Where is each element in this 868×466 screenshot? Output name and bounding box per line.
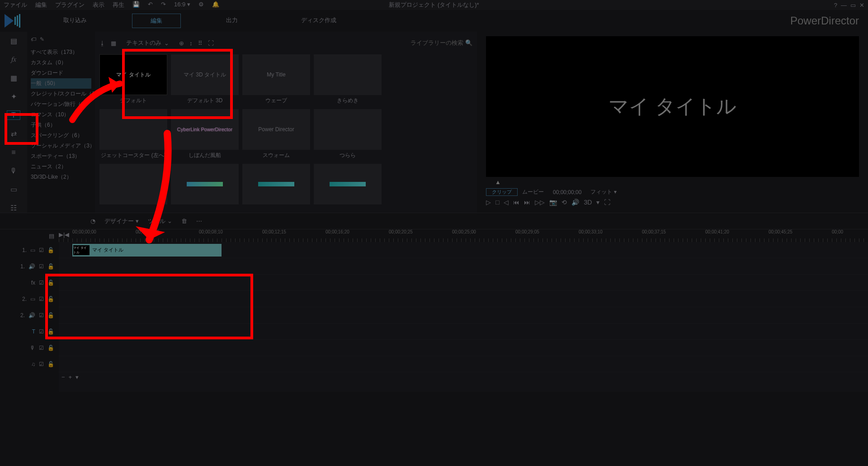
- time-ruler[interactable]: ▶|◀ 00;00;00;00 00;00;04;05 00;00;08;10 …: [59, 229, 868, 242]
- lock-toggle[interactable]: 🔓: [47, 328, 54, 335]
- designer-button[interactable]: デザイナー ▾: [104, 217, 139, 225]
- lock-toggle[interactable]: 🔓: [47, 296, 54, 302]
- visible-toggle[interactable]: ☑: [39, 345, 44, 351]
- lock-toggle[interactable]: 🔓: [47, 312, 54, 319]
- tab-import[interactable]: 取り込み: [45, 14, 105, 28]
- more-icon[interactable]: ⋯: [196, 218, 202, 224]
- tile-extra-1[interactable]: [99, 164, 167, 204]
- movie-mode-button[interactable]: ムービー: [522, 188, 544, 196]
- zoom-dropdown-icon[interactable]: ▾: [75, 374, 79, 380]
- tab-disc[interactable]: ディスク作成: [283, 14, 354, 28]
- expand-icon[interactable]: ⛶: [208, 40, 214, 47]
- media-icon[interactable]: ▤: [7, 36, 20, 46]
- gear-icon[interactable]: ⚙: [198, 1, 204, 9]
- visible-toggle[interactable]: ☑: [39, 312, 44, 319]
- collapse-icon[interactable]: ▤: [49, 233, 54, 239]
- step-fwd-icon[interactable]: ⏭: [524, 199, 530, 206]
- fx-icon[interactable]: 𝑓𝑥: [7, 55, 20, 64]
- redo-icon[interactable]: ↷: [161, 1, 166, 9]
- tile-default-3d[interactable]: マイ 3D タイトル デフォルト 3D: [171, 54, 239, 106]
- track-title[interactable]: [59, 323, 868, 340]
- lock-toggle[interactable]: 🔓: [47, 280, 54, 286]
- visible-toggle[interactable]: ☑: [39, 296, 44, 302]
- visible-toggle[interactable]: ☑: [39, 263, 44, 270]
- tag-icon[interactable]: 🏷: [31, 36, 36, 43]
- visible-toggle[interactable]: ☑: [39, 328, 44, 335]
- filter-dropdown[interactable]: テキストのみ ⌄: [122, 38, 174, 48]
- cat-custom[interactable]: カスタム（0）: [31, 57, 91, 68]
- clip-mode-button[interactable]: クリップ: [486, 188, 518, 196]
- audio-icon[interactable]: ≡: [7, 147, 20, 157]
- maximize-icon[interactable]: ▭: [850, 2, 856, 9]
- fit-dropdown[interactable]: フィット ▾: [590, 188, 616, 196]
- track-video2[interactable]: [59, 291, 868, 307]
- tool-button[interactable]: ツール ⌄: [148, 217, 172, 225]
- subtitle-icon[interactable]: ☷: [7, 203, 20, 213]
- template-icon[interactable]: ▦: [111, 40, 116, 47]
- tab-output[interactable]: 出力: [208, 14, 256, 28]
- particle-icon[interactable]: ✦: [7, 92, 20, 101]
- aspect-icon[interactable]: 16:9 ▾: [174, 1, 190, 9]
- tile-default[interactable]: マイ タイトル デフォルト: [99, 54, 167, 106]
- lock-toggle[interactable]: 🔓: [47, 247, 54, 253]
- transition-icon[interactable]: ⇄: [7, 129, 20, 138]
- step-back-icon[interactable]: ⏮: [513, 199, 519, 206]
- menu-edit[interactable]: 編集: [35, 1, 47, 9]
- snapshot-icon[interactable]: 📷: [549, 199, 557, 206]
- tile-icicle[interactable]: つらら: [314, 109, 382, 161]
- cat-romance[interactable]: ロマンス（10）: [31, 109, 91, 120]
- visible-toggle[interactable]: ☑: [39, 247, 44, 253]
- add-icon[interactable]: ⊕: [179, 40, 184, 47]
- playhead-start-icon[interactable]: ▶|◀: [59, 231, 69, 238]
- zoom-in-icon[interactable]: +: [69, 374, 72, 380]
- lock-toggle[interactable]: 🔓: [47, 361, 54, 367]
- play-icon[interactable]: ▷: [486, 199, 491, 206]
- cat-general[interactable]: 一般（50）: [31, 78, 91, 89]
- sort-icon[interactable]: ↕: [189, 40, 193, 47]
- volume-icon[interactable]: 🔊: [571, 199, 579, 206]
- visible-toggle[interactable]: ☑: [39, 361, 44, 367]
- track-music[interactable]: [59, 356, 868, 372]
- cat-credits[interactable]: クレジット/スクロール（15）: [31, 89, 91, 99]
- marker-time-icon[interactable]: ◔: [90, 218, 95, 224]
- cat-kids[interactable]: 子供（6）: [31, 120, 91, 130]
- cat-all[interactable]: すべて表示（173）: [31, 47, 91, 57]
- tile-balloon[interactable]: CyberLink PowerDirector しぼんだ風船: [171, 109, 239, 161]
- prev-frame-icon[interactable]: ◁: [504, 199, 509, 206]
- mic-icon[interactable]: 🎙: [7, 166, 20, 176]
- stop-icon[interactable]: □: [495, 199, 499, 206]
- track-audio2[interactable]: [59, 307, 868, 323]
- grid-icon[interactable]: ⠿: [198, 40, 203, 47]
- chapter-icon[interactable]: ▭: [7, 185, 20, 194]
- cat-news[interactable]: ニュース（2）: [31, 162, 91, 172]
- search-input[interactable]: ライブラリーの検索 🔍: [410, 39, 472, 47]
- cat-sporty[interactable]: スポーティー（13）: [31, 151, 91, 162]
- cat-vacation[interactable]: バケーション/旅行（8）: [31, 99, 91, 109]
- title-icon[interactable]: T: [7, 110, 20, 120]
- bell-icon[interactable]: 🔔: [212, 1, 219, 9]
- minimize-icon[interactable]: —: [841, 2, 847, 9]
- track-area[interactable]: ▶|◀ 00;00;00;00 00;00;04;05 00;00;08;10 …: [59, 229, 868, 392]
- fullscreen-icon[interactable]: ⛶: [604, 199, 610, 206]
- loop-icon[interactable]: ⟲: [561, 199, 567, 206]
- menu-view[interactable]: 表示: [93, 1, 104, 9]
- cat-social[interactable]: ソーシャル メディア（3）: [31, 141, 91, 151]
- tile-extra-4[interactable]: [314, 164, 382, 204]
- lock-toggle[interactable]: 🔓: [47, 345, 54, 351]
- track-video1[interactable]: マイ タイトル マイ タイトル: [59, 242, 868, 258]
- tile-wave[interactable]: My Title ウェーブ: [242, 54, 310, 106]
- tile-extra-2[interactable]: [171, 164, 239, 204]
- tile-jetcoaster[interactable]: ジェットコースター (左へ): [99, 109, 167, 161]
- visible-toggle[interactable]: ☑: [39, 280, 44, 286]
- track-audio1[interactable]: [59, 258, 868, 275]
- tag-edit-icon[interactable]: ✎: [40, 36, 44, 43]
- zoom-out-icon[interactable]: −: [61, 374, 65, 380]
- cat-download[interactable]: ダウンロード: [31, 68, 91, 78]
- 3d-button[interactable]: 3D: [584, 199, 592, 206]
- trash-icon[interactable]: 🗑: [181, 218, 187, 224]
- track-fx[interactable]: [59, 275, 868, 291]
- tile-swarm[interactable]: Power Director スウォーム: [242, 109, 310, 161]
- track-voice[interactable]: [59, 340, 868, 356]
- import-icon[interactable]: ⭳: [99, 40, 105, 47]
- undo-icon[interactable]: ↶: [148, 1, 153, 9]
